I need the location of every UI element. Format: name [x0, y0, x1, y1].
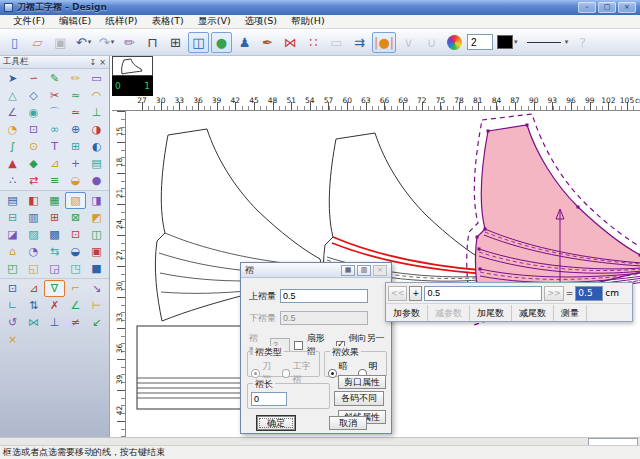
pattern-tool-icon[interactable]: ⊞	[44, 209, 65, 226]
pattern-tool-icon[interactable]: ⊟	[2, 209, 23, 226]
hidden-pleat-radio[interactable]	[328, 369, 337, 378]
modify-tool-icon[interactable]: ∇	[44, 280, 65, 297]
draw-tool-icon[interactable]: ▲	[2, 155, 23, 172]
modify-tool-icon[interactable]: ⊢	[86, 297, 107, 314]
draw-tool-icon[interactable]: ⊡	[23, 121, 44, 138]
draw-tool-icon[interactable]: ⊞	[65, 138, 86, 155]
draw-tool-icon[interactable]: ✂	[44, 87, 65, 104]
pattern-tool-icon[interactable]: ◧	[23, 192, 44, 209]
move-icon[interactable]: ⇉	[349, 32, 370, 53]
fill-view-icon[interactable]: ●	[211, 32, 232, 53]
draw-tool-icon[interactable]: ▭	[86, 70, 107, 87]
color-swatch[interactable]: ▾	[495, 32, 520, 53]
draw-tool-icon[interactable]: ∠	[2, 104, 23, 121]
new-doc-icon[interactable]: ▯	[4, 32, 25, 53]
pattern-tool-icon[interactable]: ▦	[44, 192, 65, 209]
draw-tool-icon[interactable]: ∽	[23, 70, 44, 87]
modify-tool-icon[interactable]: ∟	[2, 297, 23, 314]
close-button[interactable]: ×	[618, 2, 636, 13]
draw-tool-icon[interactable]: ◑	[86, 121, 107, 138]
link-icon[interactable]: ⋈	[280, 32, 301, 53]
pattern-tool-icon[interactable]: ◨	[86, 192, 107, 209]
pattern-tool-icon[interactable]: ◳	[65, 260, 86, 277]
draw-tool-icon[interactable]: ⇄	[23, 172, 44, 189]
point-mark-icon[interactable]: |●|	[372, 32, 396, 53]
modify-tool-icon[interactable]: ↙	[86, 314, 107, 331]
modify-tool-icon[interactable]: ⌐	[65, 280, 86, 297]
draw-tool-icon[interactable]: +	[65, 155, 86, 172]
pattern-tool-icon[interactable]: ◔	[23, 243, 44, 260]
pattern-tool-icon[interactable]: ▤	[2, 192, 23, 209]
draw-tool-icon[interactable]: ⊕	[65, 121, 86, 138]
draw-tool-icon[interactable]: ▤	[86, 155, 107, 172]
figure-icon[interactable]: ♟	[234, 32, 255, 53]
eraser-icon[interactable]: ✏	[119, 32, 140, 53]
pattern-tool-icon[interactable]: ◪	[2, 226, 23, 243]
draw-tool-icon[interactable]: T	[44, 138, 65, 155]
pattern-tool-icon[interactable]: ◰	[2, 260, 23, 277]
calc-button[interactable]: 测量	[554, 305, 587, 321]
dialog-table-icon[interactable]: ▥	[357, 265, 371, 276]
line-width-input[interactable]	[467, 34, 493, 50]
expression-input[interactable]	[424, 286, 542, 301]
dialog-grid-icon[interactable]: ▦	[341, 265, 355, 276]
draw-tool-icon[interactable]: ≃	[65, 104, 86, 121]
calc-button[interactable]: 加尾数	[470, 305, 512, 321]
draw-tool-icon[interactable]: ◉	[23, 104, 44, 121]
draw-tool-icon[interactable]: ✎	[44, 70, 65, 87]
menu-item[interactable]: 选项(S)	[238, 15, 284, 28]
pleat-length-input[interactable]	[251, 392, 287, 406]
plot-table-icon[interactable]: ⊓	[142, 32, 163, 53]
pin-icon[interactable]: ↧	[90, 58, 97, 67]
menu-item[interactable]: 表格(T)	[144, 15, 190, 28]
pattern-tool-icon[interactable]: ▧	[65, 192, 86, 209]
menu-item[interactable]: 文件(F)	[6, 15, 52, 28]
minimize-button[interactable]: –	[578, 2, 596, 13]
notch-props-button[interactable]: 剪口属性	[338, 375, 386, 389]
modify-tool-icon[interactable]: ×	[2, 331, 23, 348]
fan-pleat-checkbox[interactable]	[294, 341, 303, 350]
draw-tool-icon[interactable]: ∞	[44, 121, 65, 138]
upper-pleat-input[interactable]	[280, 289, 368, 303]
pattern-tool-icon[interactable]: ◒	[65, 243, 86, 260]
open-folder-icon[interactable]: ▱	[27, 32, 48, 53]
draw-tool-icon[interactable]: ◇	[23, 87, 44, 104]
cancel-button[interactable]: 取消	[329, 416, 367, 430]
undo-icon[interactable]: ↶▾	[73, 32, 94, 53]
piece-preview[interactable]: 0 1	[112, 56, 153, 96]
result-field[interactable]: 0.5	[575, 286, 603, 301]
pattern-tool-icon[interactable]: ◩	[86, 209, 107, 226]
draw-tool-icon[interactable]: ⊙	[23, 138, 44, 155]
calc-button[interactable]: 减尾数	[512, 305, 554, 321]
pattern-tool-icon[interactable]: ◫	[86, 226, 107, 243]
modify-tool-icon[interactable]: ≠	[65, 314, 86, 331]
pattern-tool-icon[interactable]: ▨	[23, 226, 44, 243]
draw-tool-icon[interactable]: ●	[86, 172, 107, 189]
pattern-tool-icon[interactable]: ⌂	[2, 243, 23, 260]
pattern-tool-icon[interactable]: ⇆	[44, 243, 65, 260]
draw-tool-icon[interactable]: ⊿	[44, 155, 65, 172]
draw-tool-icon[interactable]: ◐	[86, 138, 107, 155]
draw-tool-icon[interactable]: △	[2, 87, 23, 104]
menu-item[interactable]: 纸样(P)	[98, 15, 144, 28]
draw-tool-icon[interactable]: ⌒	[44, 104, 65, 121]
line-style-select[interactable]: ▾	[522, 32, 571, 53]
draw-tool-icon[interactable]: ◔	[2, 121, 23, 138]
color-wheel-icon[interactable]	[444, 32, 465, 53]
modify-tool-icon[interactable]: ↘	[86, 280, 107, 297]
modify-tool-icon[interactable]: ↺	[2, 314, 23, 331]
maximize-button[interactable]: □	[598, 2, 616, 13]
draw-tool-icon[interactable]: ∴	[2, 172, 23, 189]
scatter-icon[interactable]: ∷	[303, 32, 324, 53]
draw-tool-icon[interactable]: ≡	[44, 172, 65, 189]
draw-tool-icon[interactable]: ◠	[86, 87, 107, 104]
draw-tool-icon[interactable]: ∫	[2, 138, 23, 155]
modify-tool-icon[interactable]: ⊿	[23, 280, 44, 297]
draw-tool-icon[interactable]: ➤	[2, 70, 23, 87]
modify-tool-icon[interactable]: ⋈	[23, 314, 44, 331]
draw-tool-icon[interactable]: ◆	[23, 155, 44, 172]
grid-icon[interactable]: ⊞	[165, 32, 186, 53]
draw-tool-icon[interactable]: ≈	[65, 87, 86, 104]
menu-item[interactable]: 帮助(H)	[284, 15, 332, 28]
pattern-tool-icon[interactable]: ▣	[86, 243, 107, 260]
